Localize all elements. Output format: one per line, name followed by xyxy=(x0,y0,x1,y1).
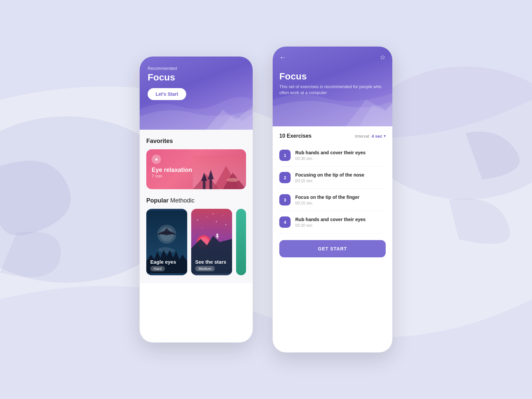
eagle-card-difficulty: Hard xyxy=(150,266,165,271)
svg-point-14 xyxy=(225,224,226,225)
svg-point-15 xyxy=(202,227,202,228)
eagle-card-name: Eagle eyes xyxy=(150,259,176,265)
svg-point-12 xyxy=(216,221,217,222)
exercise-info: Focus on the tip of the finger 00:15 sec xyxy=(295,195,386,205)
exercise-name: Rub hands and cover their eyes xyxy=(295,150,386,155)
recommended-label: Recommended xyxy=(148,66,245,71)
favorite-icon[interactable]: ☆ xyxy=(380,53,386,61)
interval-label: Interval: xyxy=(355,134,370,139)
svg-point-13 xyxy=(222,215,223,216)
exercise-name: Rub hands and cover their eyes xyxy=(295,217,386,222)
exercise-info: Rub hands and cover their eyes 00:30 sec xyxy=(295,217,386,228)
exercise-time: 00:15 sec xyxy=(295,179,386,183)
exercise-item: 1 Rub hands and cover their eyes 00:30 s… xyxy=(279,144,386,167)
favorites-section-title: Favorites xyxy=(146,138,246,145)
left-phone: Recommended Focus Let's Start Favorites … xyxy=(140,57,253,342)
popular-card-eagle[interactable]: Eagle eyes Hard xyxy=(146,209,187,275)
detail-nav: ← ☆ xyxy=(279,53,386,61)
right-phone: ← ☆ Focus This set of exercises is recom… xyxy=(273,47,392,352)
svg-point-10 xyxy=(197,219,198,220)
detail-hero-subtitle: This set of exercises is recommended for… xyxy=(279,84,386,96)
left-phone-body: Favorites ★ Eye relaxation 7 min xyxy=(140,130,253,283)
exercise-number: 1 xyxy=(279,150,291,161)
exercise-info: Rub hands and cover their eyes 00:30 sec xyxy=(295,150,386,161)
exercise-info: Focusing on the tip of the nose 00:15 se… xyxy=(295,172,386,183)
detail-hero: ← ☆ Focus This set of exercises is recom… xyxy=(273,47,392,126)
svg-point-5 xyxy=(227,178,239,182)
get-start-button[interactable]: GET START xyxy=(279,240,386,257)
popular-section-title: Popular Methodic xyxy=(146,197,246,204)
exercise-time: 00:30 sec xyxy=(295,156,386,161)
chevron-down-icon: ▾ xyxy=(384,134,386,138)
favorite-star-icon: ★ xyxy=(152,155,161,164)
exercise-number: 4 xyxy=(279,216,291,228)
exercise-time: 00:30 sec xyxy=(295,223,386,228)
svg-point-16 xyxy=(213,213,214,214)
exercise-item: 4 Rub hands and cover their eyes 00:30 s… xyxy=(279,211,386,233)
popular-cards-container: Eagle eyes Hard xyxy=(146,209,246,275)
stars-card-name: See the stars xyxy=(195,259,226,265)
exercise-name: Focusing on the tip of the nose xyxy=(295,172,386,178)
stars-card-label: See the stars Medium xyxy=(195,259,226,271)
lets-start-button[interactable]: Let's Start xyxy=(148,88,186,100)
exercise-list: 1 Rub hands and cover their eyes 00:30 s… xyxy=(279,144,386,233)
interval-value: 4 sec xyxy=(371,134,382,139)
back-icon[interactable]: ← xyxy=(279,54,286,61)
interval-control[interactable]: Interval: 4 sec ▾ xyxy=(355,134,386,139)
exercise-item: 2 Focusing on the tip of the nose 00:15 … xyxy=(279,167,386,189)
exercise-item: 3 Focus on the tip of the finger 00:15 s… xyxy=(279,189,386,211)
detail-hero-title: Focus xyxy=(279,71,386,82)
stars-card-difficulty: Medium xyxy=(195,266,215,271)
hero-title: Focus xyxy=(148,72,245,83)
detail-body: 10 Exercises Interval: 4 sec ▾ 1 Rub han… xyxy=(273,126,392,257)
favorites-card[interactable]: ★ Eye relaxation 7 min xyxy=(146,149,246,189)
exercise-name: Focus on the tip of the finger xyxy=(295,195,386,200)
svg-point-19 xyxy=(216,233,218,235)
svg-point-11 xyxy=(206,216,207,217)
exercise-number: 3 xyxy=(279,194,291,205)
exercises-count: 10 Exercises xyxy=(279,133,312,139)
svg-rect-4 xyxy=(209,179,212,189)
popular-card-third xyxy=(236,209,246,275)
exercise-time: 00:15 sec xyxy=(295,201,386,205)
exercises-header: 10 Exercises Interval: 4 sec ▾ xyxy=(279,133,386,139)
exercise-number: 2 xyxy=(279,172,291,183)
svg-rect-3 xyxy=(203,181,205,189)
eagle-card-label: Eagle eyes Hard xyxy=(150,259,176,271)
popular-card-stars[interactable]: See the stars Medium xyxy=(191,209,232,275)
left-hero: Recommended Focus Let's Start xyxy=(140,57,253,130)
